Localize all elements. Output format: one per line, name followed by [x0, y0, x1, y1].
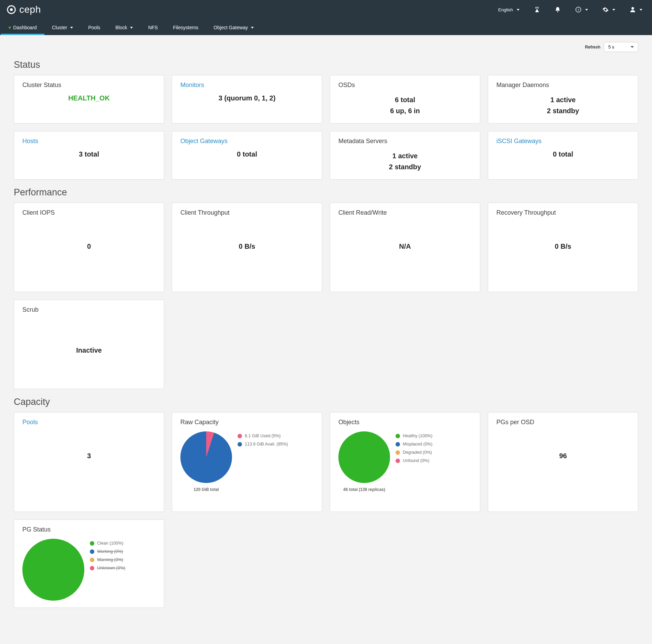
- legend-dot-icon: [90, 541, 94, 546]
- nav-pools[interactable]: Pools: [81, 19, 108, 35]
- refresh-select[interactable]: 5 s: [604, 42, 638, 52]
- main-nav: ♥ Dashboard Cluster Pools Block NFS File…: [0, 19, 652, 35]
- legend-label: Healthy (100%): [403, 433, 432, 438]
- recovery-value: 0 B/s: [496, 222, 630, 271]
- legend-label: 6.1 GiB Used (5%): [245, 433, 281, 438]
- legend-dot-icon: [90, 549, 94, 554]
- card-osds: OSDs 6 total 6 up, 6 in: [330, 75, 480, 124]
- objects-chart: 46 total (138 replicas) Healthy (100%) M…: [338, 431, 472, 492]
- section-capacity-heading: Capacity: [14, 397, 638, 407]
- card-title-link[interactable]: Object Gateways: [180, 138, 314, 145]
- caret-down-icon: [251, 27, 254, 29]
- language-label: English: [498, 7, 513, 12]
- legend-label: Degraded (0%): [403, 450, 432, 455]
- performance-grid-row2: Scrub Inactive: [14, 300, 638, 389]
- card-title-link[interactable]: iSCSI Gateways: [496, 138, 630, 145]
- settings-menu[interactable]: [602, 7, 615, 13]
- nav-block[interactable]: Block: [108, 19, 140, 35]
- section-performance-heading: Performance: [14, 187, 638, 198]
- section-status-heading: Status: [14, 60, 638, 70]
- legend-dot-icon: [396, 450, 400, 455]
- card-client-rw: Client Read/Write N/A: [330, 203, 480, 292]
- legend-item: Unknown (0%): [90, 566, 125, 570]
- nav-nfs-label: NFS: [148, 25, 158, 30]
- card-title: PG Status: [22, 526, 156, 533]
- hourglass-icon: [534, 7, 540, 13]
- page-body: Refresh 5 s Status Cluster Status HEALTH…: [0, 35, 652, 622]
- mds-line1: 1 active: [338, 150, 472, 161]
- legend-label: Warning (0%): [97, 557, 123, 562]
- legend-item: Degraded (0%): [396, 450, 432, 455]
- caret-down-icon: [585, 9, 588, 11]
- managers-line1: 1 active: [496, 94, 630, 105]
- help-menu[interactable]: ?: [575, 7, 588, 13]
- legend-item: Clean (100%): [90, 541, 125, 546]
- nav-dashboard[interactable]: ♥ Dashboard: [1, 19, 44, 35]
- raw-capacity-legend: 6.1 GiB Used (5%) 113.9 GiB Avail. (95%): [238, 433, 288, 447]
- card-pg-status: PG Status Clean (100%) Working (0%) Warn…: [14, 519, 164, 608]
- pg-status-chart: Clean (100%) Working (0%) Warning (0%) U…: [22, 539, 156, 601]
- mds-line2: 2 standby: [338, 161, 472, 172]
- pie-raw-capacity: [180, 431, 232, 483]
- legend-label: Clean (100%): [97, 541, 123, 546]
- nav-object-gateway-label: Object Gateway: [213, 25, 248, 30]
- caret-down-icon: [70, 27, 73, 29]
- brand-logo[interactable]: ceph: [6, 4, 41, 15]
- nav-dashboard-label: Dashboard: [13, 25, 37, 30]
- caret-down-icon: [612, 9, 615, 11]
- card-title: Raw Capacity: [180, 419, 314, 426]
- card-iscsi: iSCSI Gateways 0 total: [488, 131, 638, 180]
- notifications-icon[interactable]: [555, 7, 561, 13]
- objects-legend: Healthy (100%) Misplaced (0%) Degraded (…: [396, 433, 432, 463]
- nav-cluster-label: Cluster: [52, 25, 67, 30]
- card-title: Cluster Status: [22, 82, 156, 89]
- card-title: Scrub: [22, 306, 156, 313]
- pools-value: 3: [22, 431, 156, 481]
- card-objects: Objects 46 total (138 replicas) Healthy …: [330, 412, 480, 512]
- osds-line2: 6 up, 6 in: [338, 105, 472, 116]
- legend-item: 113.9 GiB Avail. (95%): [238, 442, 288, 447]
- client-throughput-value: 0 B/s: [180, 222, 314, 271]
- mds-value: 1 active 2 standby: [338, 150, 472, 172]
- nav-pools-label: Pools: [88, 25, 100, 30]
- card-title: Client IOPS: [22, 209, 156, 216]
- card-hosts: Hosts 3 total: [14, 131, 164, 180]
- card-object-gateways: Object Gateways 0 total: [172, 131, 322, 180]
- caret-down-icon: [640, 9, 642, 11]
- language-selector[interactable]: English: [498, 7, 519, 12]
- card-title: Metadata Servers: [338, 138, 472, 145]
- legend-label: Misplaced (0%): [403, 442, 432, 447]
- topbar: ceph English ?: [0, 0, 652, 35]
- legend-label: Working (0%): [97, 549, 123, 554]
- pgs-per-osd-value: 96: [496, 431, 630, 481]
- card-title-link[interactable]: Monitors: [180, 82, 314, 89]
- client-rw-value: N/A: [338, 222, 472, 271]
- nav-object-gateway[interactable]: Object Gateway: [206, 19, 261, 35]
- card-client-throughput: Client Throughput 0 B/s: [172, 203, 322, 292]
- legend-item: Misplaced (0%): [396, 442, 432, 447]
- brand-name: ceph: [19, 4, 41, 15]
- card-title-link[interactable]: Hosts: [22, 138, 156, 145]
- nav-cluster[interactable]: Cluster: [44, 19, 81, 35]
- legend-dot-icon: [396, 442, 400, 447]
- osds-line1: 6 total: [338, 94, 472, 105]
- legend-item: Working (0%): [90, 549, 125, 554]
- card-title-link[interactable]: Pools: [22, 419, 156, 426]
- iscsi-value: 0 total: [496, 150, 630, 158]
- managers-line2: 2 standby: [496, 105, 630, 116]
- nav-nfs[interactable]: NFS: [140, 19, 165, 35]
- card-scrub: Scrub Inactive: [14, 300, 164, 389]
- card-pools: Pools 3: [14, 412, 164, 512]
- legend-dot-icon: [238, 434, 242, 438]
- card-cluster-status: Cluster Status HEALTH_OK: [14, 75, 164, 124]
- card-client-iops: Client IOPS 0: [14, 203, 164, 292]
- client-iops-value: 0: [22, 222, 156, 271]
- user-menu[interactable]: [630, 7, 642, 13]
- refresh-label: Refresh: [585, 45, 600, 50]
- legend-item: Healthy (100%): [396, 433, 432, 438]
- nav-filesystems[interactable]: Filesystems: [165, 19, 206, 35]
- card-monitors: Monitors 3 (quorum 0, 1, 2): [172, 75, 322, 124]
- tasks-icon[interactable]: [534, 7, 540, 13]
- legend-dot-icon: [238, 442, 242, 447]
- osds-value: 6 total 6 up, 6 in: [338, 94, 472, 116]
